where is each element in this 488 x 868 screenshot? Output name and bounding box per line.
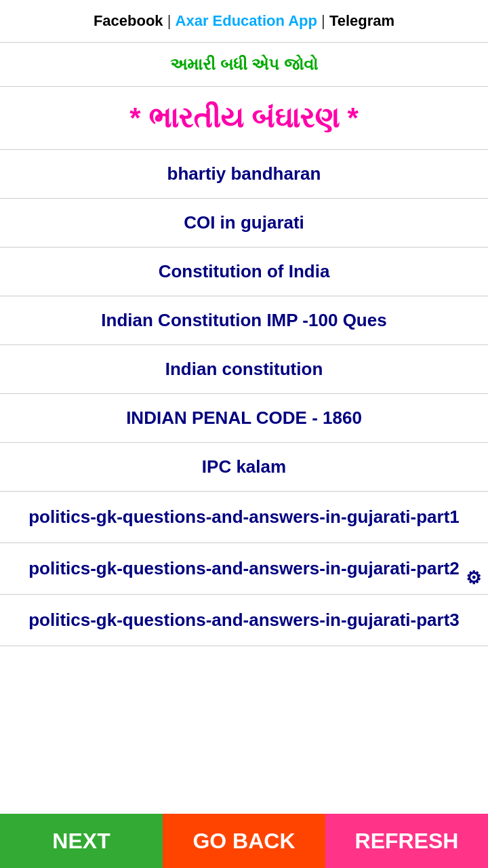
list-item-constitution-of-india[interactable]: Constitution of India xyxy=(0,248,488,296)
list-item-indian-penal-code[interactable]: INDIAN PENAL CODE - 1860 xyxy=(0,394,488,443)
gear-icon: ⚙ xyxy=(466,568,481,589)
list-item-coi-in-gujarati[interactable]: COI in gujarati xyxy=(0,199,488,248)
go-back-button-label: GO BACK xyxy=(192,829,295,854)
list-item-label: Indian constitution xyxy=(165,359,323,379)
refresh-button[interactable]: REFRESH xyxy=(325,814,488,868)
list-item-bhartiy-bandharan[interactable]: bhartiy bandharan xyxy=(0,150,488,199)
list-item-ipc-kalam[interactable]: IPC kalam xyxy=(0,443,488,492)
list-item-label: politics-gk-questions-and-answers-in-guj… xyxy=(28,558,460,578)
main-title-text: * ભારતીય બંઘારણ * xyxy=(129,102,359,134)
list-item-politics-part2[interactable]: politics-gk-questions-and-answers-in-guj… xyxy=(0,543,488,595)
separator1: | xyxy=(163,12,176,29)
list-item-indian-constitution[interactable]: Indian constitution xyxy=(0,345,488,394)
list-item-label: bhartiy bandharan xyxy=(167,163,321,184)
main-title: * ભારતીય બંઘારણ * xyxy=(0,87,488,150)
list-item-politics-part3[interactable]: politics-gk-questions-and-answers-in-guj… xyxy=(0,595,488,646)
list-item-label: politics-gk-questions-and-answers-in-guj… xyxy=(28,507,460,527)
next-button-label: NEXT xyxy=(52,829,110,854)
telegram-link[interactable]: Telegram xyxy=(329,12,394,29)
next-button[interactable]: NEXT xyxy=(0,814,163,868)
list-item-label: IPC kalam xyxy=(202,456,286,477)
list-item-politics-part1[interactable]: politics-gk-questions-and-answers-in-guj… xyxy=(0,492,488,543)
list-item-indian-constitution-imp[interactable]: Indian Constitution IMP -100 Ques xyxy=(0,296,488,345)
content-spacer xyxy=(0,646,488,814)
sub-header-label: અમારી બધી એપ જોવો xyxy=(170,55,318,73)
bottom-nav: NEXT GO BACK REFRESH xyxy=(0,814,488,868)
separator2: | xyxy=(317,12,329,29)
list-item-label: COI in gujarati xyxy=(184,212,304,233)
refresh-button-label: REFRESH xyxy=(355,829,459,854)
list-item-label: Indian Constitution IMP -100 Ques xyxy=(101,310,386,330)
list-item-label: INDIAN PENAL CODE - 1860 xyxy=(126,408,362,428)
list-item-label: politics-gk-questions-and-answers-in-guj… xyxy=(28,610,460,630)
list-item-label: Constitution of India xyxy=(159,261,330,281)
facebook-link[interactable]: Facebook xyxy=(94,12,163,29)
go-back-button[interactable]: GO BACK xyxy=(163,814,325,868)
axar-link[interactable]: Axar Education App xyxy=(176,12,317,29)
sub-header[interactable]: અમારી બધી એપ જોવો xyxy=(0,43,488,87)
header-bar: Facebook | Axar Education App | Telegram xyxy=(0,0,488,43)
